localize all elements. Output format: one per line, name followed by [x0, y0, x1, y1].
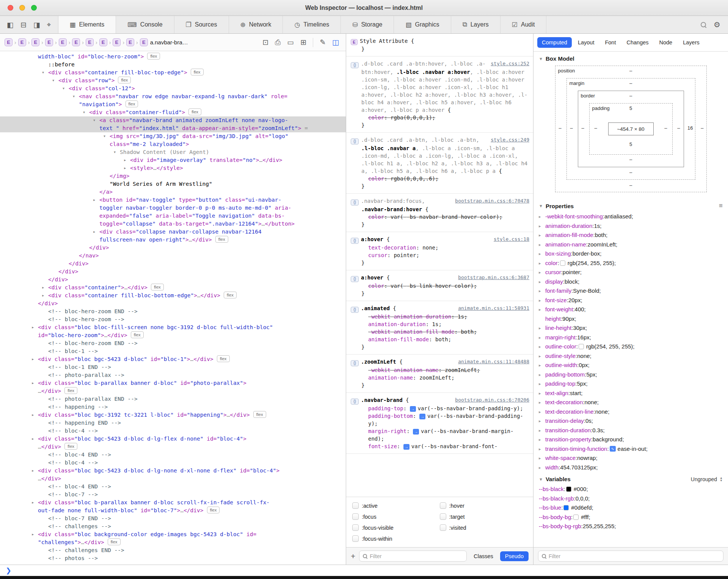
disclosure-closed-icon[interactable]: ▸: [539, 323, 545, 333]
dom-tree-line[interactable]: ▸<div class="bloc bgc-5423 d-bloc" id="b…: [0, 355, 346, 363]
computed-filter-input[interactable]: [549, 553, 720, 559]
dom-tree-line[interactable]: <!-- bloc-4 END -->: [0, 483, 346, 491]
disclosure-closed-icon[interactable]: ▸: [539, 435, 545, 444]
disclosure-closed-icon[interactable]: ▸: [539, 212, 545, 221]
tab-layers[interactable]: ⧉Layers: [451, 16, 500, 33]
computed-property-row[interactable]: ▸outline-style: none;: [533, 351, 728, 361]
css-variable-row[interactable]: --bs-body-bg-rgb: 255,255,255;: [533, 522, 728, 531]
dom-tree-line[interactable]: ▾Shadow Content (User Agent): [0, 148, 346, 156]
dom-tree-line[interactable]: <!-- bloc-hero-zoom -->: [0, 315, 346, 323]
details-tab-font[interactable]: Font: [600, 37, 620, 48]
dom-tree-line[interactable]: ▸<div class="bloc b-parallax banner d-bl…: [0, 379, 346, 387]
computed-property-row[interactable]: ▸margin-right: 16px;: [533, 333, 728, 342]
padding-top-value[interactable]: 5: [555, 105, 707, 111]
box-model-content[interactable]: ~454.7 × 80: [608, 122, 654, 135]
properties-menu-icon[interactable]: ≡: [719, 202, 723, 210]
dom-tree-line[interactable]: <!-- photo-parallax END -->: [0, 395, 346, 403]
disclosure-closed-icon[interactable]: ▸: [42, 292, 44, 300]
disclosure-closed-icon[interactable]: ▸: [31, 355, 34, 363]
disclosure-closed-icon[interactable]: ▸: [539, 444, 545, 454]
margin-left-value[interactable]: –: [570, 125, 573, 131]
css-variable-row[interactable]: --bs-body-bg: #fff;: [533, 513, 728, 522]
tab-sources[interactable]: ❐Sources: [174, 16, 229, 33]
disclosure-closed-icon[interactable]: ▸: [539, 249, 545, 259]
dom-tree-line[interactable]: toggler navbar-toggler border-0 p-0 ms-a…: [0, 204, 346, 212]
checkbox-unchecked[interactable]: [440, 513, 446, 520]
disclosure-closed-icon[interactable]: ▸: [539, 389, 545, 398]
expand-console-icon[interactable]: ❯: [6, 566, 11, 575]
dom-tree-line[interactable]: text " href="index.html" data-appear-ani…: [0, 124, 346, 132]
details-tab-layout[interactable]: Layout: [573, 37, 599, 48]
dom-tree-line[interactable]: </img>: [0, 172, 346, 180]
dom-tree-line[interactable]: <!-- photo-parallax -->: [0, 371, 346, 379]
details-tab-node[interactable]: Node: [655, 37, 677, 48]
source-link[interactable]: style.css:249: [491, 136, 529, 144]
dom-tree-line[interactable]: <!-- challenges -->: [0, 523, 346, 530]
disclosure-closed-icon[interactable]: ▸: [539, 259, 545, 268]
rule-selector[interactable]: bootstrap.min.css:6:70206{}.navbar-brand…: [351, 396, 529, 405]
rule-selector[interactable]: EStyle Attribute {: [351, 37, 529, 45]
grid-icon[interactable]: ⊞: [300, 38, 306, 47]
dom-tree-line[interactable]: </div>: [0, 276, 346, 284]
breadcrumb-element-badge[interactable]: E: [31, 38, 39, 46]
disclosure-closed-icon[interactable]: ▸: [539, 296, 545, 305]
dom-tree-line[interactable]: <!-- challenges END -->: [0, 546, 346, 554]
dom-tree-line[interactable]: ▸<div class="bloc bgc-3192 tc-3221 l-blo…: [0, 411, 346, 419]
dom-tree-line[interactable]: width-bloc" id="bloc-hero-zoom">flex: [0, 53, 346, 61]
margin-right-value[interactable]: 16: [687, 125, 693, 131]
dom-tree-line[interactable]: ▸<div class="bloc bloc-fill-screen none …: [0, 323, 346, 331]
dom-tree-line[interactable]: ▾<div class="container fill-bloc-top-edg…: [0, 69, 346, 77]
tab-elements[interactable]: ▦Elements: [58, 16, 116, 33]
border-bottom-value[interactable]: –: [555, 157, 707, 162]
computed-property-row[interactable]: ▸text-decoration-line: none;: [533, 407, 728, 417]
pseudo-button[interactable]: Pseudo: [500, 551, 529, 561]
disclosure-closed-icon[interactable]: ▸: [539, 379, 545, 389]
computed-property-row[interactable]: ▸text-decoration: none;: [533, 398, 728, 407]
computed-property-row[interactable]: ▸font-size: 20px;: [533, 296, 728, 305]
disclosure-closed-icon[interactable]: ▸: [539, 361, 545, 370]
disclosure-closed-icon[interactable]: ▸: [539, 351, 545, 361]
css-variable-row[interactable]: --bs-black-rgb: 0,0,0;: [533, 494, 728, 504]
dom-tree-line[interactable]: ::before: [0, 61, 346, 69]
dom-tree-line[interactable]: …</div>flex: [0, 443, 346, 451]
css-declaration[interactable]: animation-fill-mode: both;: [351, 336, 529, 343]
checkbox-unchecked[interactable]: [440, 502, 446, 509]
dom-tree-line[interactable]: <!-- happening END -->: [0, 419, 346, 427]
css-declaration[interactable]: text-decoration: none;: [351, 244, 529, 251]
dom-tree-line[interactable]: </nav>: [0, 252, 346, 260]
rule-selector[interactable]: style.css:18{}a:hover {: [351, 235, 529, 244]
border-left-value[interactable]: –: [582, 125, 584, 131]
tab-graphics[interactable]: ▧Graphics: [394, 16, 451, 33]
details-tab-changes[interactable]: Changes: [622, 37, 653, 48]
dom-tree-line[interactable]: ▸<div class="bloc bgc-5423 d-bloc d-lg-f…: [0, 435, 346, 443]
computed-property-row[interactable]: ▸animation-fill-mode: both;: [533, 231, 728, 240]
close-button[interactable]: [8, 5, 13, 11]
variables-grouping-control[interactable]: Ungrouped ▲▼: [691, 476, 723, 482]
dom-tree-line[interactable]: …</div>: [0, 475, 346, 483]
disclosure-closed-icon[interactable]: ▸: [539, 370, 545, 380]
rule-selector[interactable]: bootstrap.min.css:6:3687{}a:hover {: [351, 274, 529, 282]
dom-tree-line[interactable]: <!-- bloc-7 -->: [0, 491, 346, 499]
source-link[interactable]: bootstrap.min.css:6:3687: [458, 274, 529, 281]
disclosure-closed-icon[interactable]: ▸: [539, 463, 545, 472]
pseudo-class-toggle[interactable]: :hover: [440, 502, 527, 509]
disclosure-closed-icon[interactable]: ▸: [31, 499, 34, 507]
checkbox-unchecked[interactable]: [352, 502, 359, 509]
dom-tree-line[interactable]: toggle="collapse" data-bs-target=".navba…: [0, 220, 346, 228]
checkbox-unchecked[interactable]: [440, 524, 446, 531]
margin-top-value[interactable]: –: [555, 80, 707, 86]
computed-property-row[interactable]: ▸transition-property: background;: [533, 435, 728, 444]
dock-bottom-icon[interactable]: ⊟: [20, 20, 27, 29]
disclosure-open-icon[interactable]: ▾: [62, 85, 65, 93]
dom-tree-line[interactable]: </div>: [0, 244, 346, 252]
dom-tree-line[interactable]: </div>: [0, 268, 346, 276]
css-declaration[interactable]: font-size: →var(--bs-navbar-brand-font-: [351, 442, 529, 450]
computed-property-row[interactable]: ▸-webkit-font-smoothing: antialiased;: [533, 212, 728, 221]
details-tab-layers[interactable]: Layers: [678, 37, 704, 48]
computed-property-row[interactable]: height: 90px;: [533, 314, 728, 324]
pseudo-class-toggle[interactable]: :focus: [352, 513, 440, 520]
breadcrumb-element-badge[interactable]: E: [99, 38, 107, 46]
dom-tree-line[interactable]: <!-- bloc-7 END -->: [0, 515, 346, 523]
css-declaration[interactable]: padding-top: →var(--bs-navbar-brand-padd…: [351, 405, 529, 412]
disclosure-open-icon[interactable]: ▾: [42, 69, 44, 77]
